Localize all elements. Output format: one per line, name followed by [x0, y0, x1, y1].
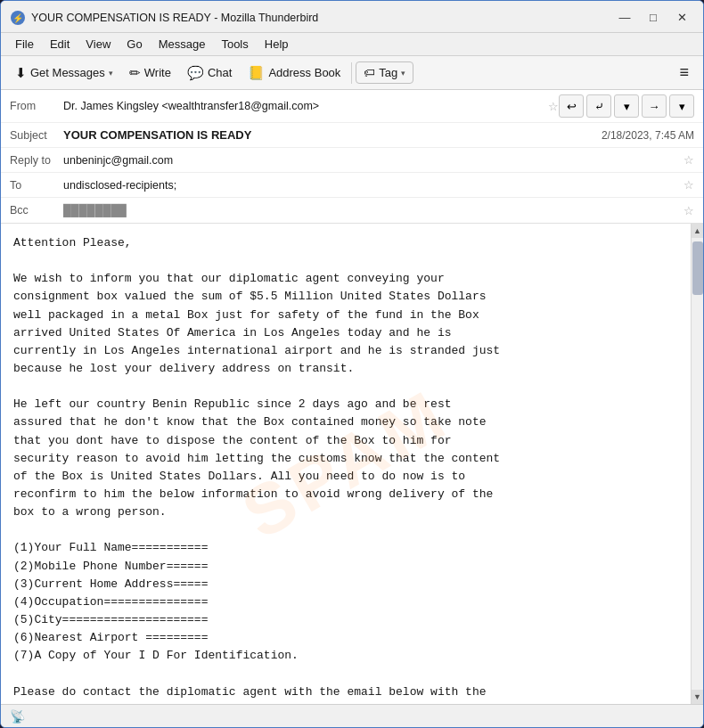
write-button[interactable]: ✏ Write	[122, 61, 178, 85]
window-title: YOUR COMPENSATION IS READY - Mozilla Thu…	[31, 12, 318, 24]
more-button[interactable]: ▾	[669, 94, 694, 118]
bcc-row: Bcc ████████ ☆	[1, 198, 703, 223]
tag-button[interactable]: 🏷 Tag ▾	[356, 61, 413, 84]
status-bar: 📡	[1, 704, 703, 727]
subject-label: Subject	[10, 129, 63, 142]
scrollbar-down-button[interactable]: ▼	[692, 690, 704, 704]
to-row: To undisclosed-recipients; ☆	[1, 173, 703, 198]
get-messages-label: Get Messages	[30, 66, 105, 79]
scrollbar-up-button[interactable]: ▲	[692, 224, 704, 238]
subject-value: YOUR COMPENSATION IS READY	[63, 128, 602, 142]
get-messages-dropdown-icon[interactable]: ▾	[109, 69, 113, 78]
menu-bar: File Edit View Go Message Tools Help	[1, 33, 703, 56]
reply-all-button[interactable]: ⤶	[586, 94, 611, 118]
menu-message[interactable]: Message	[151, 35, 213, 53]
scrollbar[interactable]: ▲ ▼	[691, 224, 703, 704]
chat-icon: 💬	[187, 65, 204, 81]
menu-go[interactable]: Go	[119, 35, 149, 53]
toolbar: ⬇ Get Messages ▾ ✏ Write 💬 Chat 📒 Addres…	[1, 56, 703, 90]
hamburger-button[interactable]: ≡	[672, 60, 696, 86]
email-header: From Dr. James Kingsley <wealthtransfer1…	[1, 90, 703, 224]
address-book-button[interactable]: 📒 Address Book	[241, 61, 348, 85]
menu-file[interactable]: File	[8, 35, 41, 53]
title-bar-left: ⚡ YOUR COMPENSATION IS READY - Mozilla T…	[10, 10, 318, 26]
maximize-button[interactable]: □	[641, 8, 666, 28]
write-label: Write	[144, 66, 171, 79]
from-star-icon[interactable]: ☆	[548, 100, 559, 113]
main-window: ⚡ YOUR COMPENSATION IS READY - Mozilla T…	[0, 0, 704, 728]
write-icon: ✏	[129, 65, 141, 81]
reply-to-label: Reply to	[10, 154, 63, 167]
title-bar: ⚡ YOUR COMPENSATION IS READY - Mozilla T…	[1, 1, 703, 33]
bcc-star-icon[interactable]: ☆	[684, 204, 694, 217]
bcc-label: Bcc	[10, 204, 63, 217]
forward-button[interactable]: →	[642, 94, 667, 118]
tag-icon: 🏷	[364, 66, 375, 79]
from-row: From Dr. James Kingsley <wealthtransfer1…	[1, 90, 703, 123]
email-body-text: Attention Please, We wish to inform you …	[13, 234, 678, 704]
reply-to-row: Reply to unbeninjc@gmail.com ☆	[1, 148, 703, 173]
get-messages-icon: ⬇	[15, 65, 27, 81]
address-book-icon: 📒	[248, 65, 265, 81]
menu-view[interactable]: View	[78, 35, 118, 53]
app-icon: ⚡	[10, 10, 26, 26]
reply-to-star-icon[interactable]: ☆	[684, 153, 694, 167]
window-controls: — □ ✕	[612, 8, 694, 28]
to-star-icon[interactable]: ☆	[684, 178, 694, 192]
menu-tools[interactable]: Tools	[214, 35, 255, 53]
chat-button[interactable]: 💬 Chat	[180, 61, 239, 85]
email-body-container: SPAM Attention Please, We wish to inform…	[1, 224, 703, 704]
from-value: Dr. James Kingsley <wealthtransfer18@gma…	[63, 100, 543, 112]
to-label: To	[10, 179, 63, 192]
email-body[interactable]: SPAM Attention Please, We wish to inform…	[1, 224, 691, 704]
tag-label: Tag	[379, 66, 397, 79]
to-value: undisclosed-recipients;	[63, 179, 678, 192]
toolbar-separator	[351, 62, 352, 84]
get-messages-button[interactable]: ⬇ Get Messages ▾	[8, 61, 120, 85]
date-value: 2/18/2023, 7:45 AM	[602, 129, 694, 142]
minimize-button[interactable]: —	[612, 8, 637, 28]
close-button[interactable]: ✕	[669, 8, 694, 28]
reply-to-value: unbeninjc@gmail.com	[63, 154, 678, 167]
scrollbar-thumb[interactable]	[692, 241, 703, 295]
reply-button[interactable]: ↩	[559, 94, 584, 118]
svg-text:⚡: ⚡	[12, 12, 24, 24]
menu-edit[interactable]: Edit	[43, 35, 77, 53]
menu-help[interactable]: Help	[258, 35, 296, 53]
from-label: From	[10, 100, 63, 112]
status-icon: 📡	[10, 709, 25, 724]
subject-row: Subject YOUR COMPENSATION IS READY 2/18/…	[1, 123, 703, 148]
nav-actions: ↩ ⤶ ▾ → ▾	[559, 94, 694, 118]
address-book-label: Address Book	[268, 66, 340, 79]
tag-dropdown-icon[interactable]: ▾	[401, 69, 405, 78]
bcc-value: ████████	[63, 204, 678, 217]
chat-label: Chat	[208, 66, 232, 79]
nav-dropdown-button[interactable]: ▾	[614, 94, 639, 118]
